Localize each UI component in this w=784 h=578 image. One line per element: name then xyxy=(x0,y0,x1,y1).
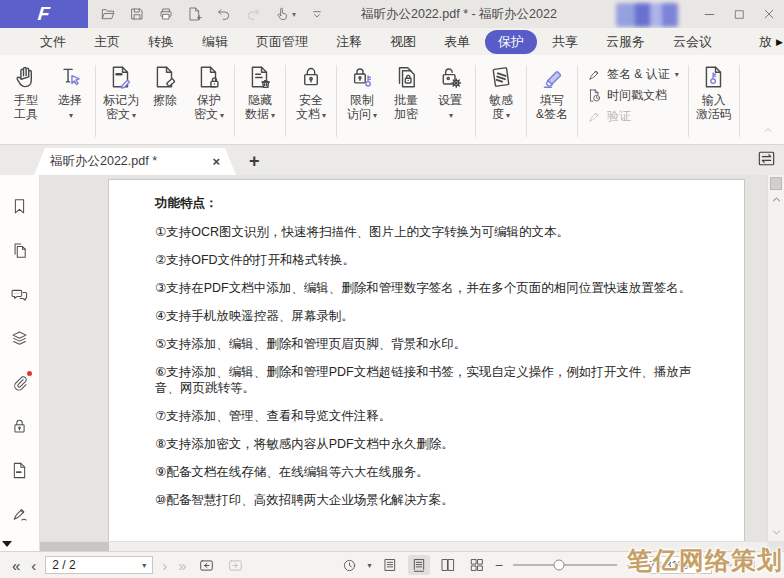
scroll-up-icon[interactable] xyxy=(768,193,784,206)
print-button[interactable] xyxy=(158,6,174,22)
sidebar-panel-signatures[interactable] xyxy=(10,504,29,523)
maximize-button[interactable] xyxy=(724,0,754,28)
dropdown-caret-icon[interactable]: ▾ xyxy=(449,111,453,120)
menu-tab-convert[interactable]: 转换 xyxy=(135,30,187,54)
sidebar-expand-triangle[interactable] xyxy=(2,541,12,547)
ribbon-tool-label: 选择▾ xyxy=(58,93,82,123)
minimize-button[interactable] xyxy=(694,0,724,28)
sidebar-panel-layers[interactable] xyxy=(10,329,29,348)
dropdown-caret-icon[interactable]: ▾ xyxy=(506,111,510,120)
vertical-scrollbar[interactable] xyxy=(767,175,784,541)
ribbon-tool-batch-encrypt[interactable]: 批量加密 xyxy=(386,60,426,142)
next-view-button[interactable] xyxy=(225,555,247,575)
redo-button[interactable] xyxy=(245,6,261,22)
dropdown-caret-icon[interactable]: ▾ xyxy=(675,70,679,79)
menu-tab-share[interactable]: 共享 xyxy=(539,30,591,54)
sidebar-panel-fields[interactable] xyxy=(10,461,29,480)
dropdown-caret-icon[interactable]: ▾ xyxy=(220,111,224,120)
dropdown-caret-icon[interactable]: ▾ xyxy=(132,111,136,120)
scroll-down-icon[interactable] xyxy=(768,526,784,539)
sidebar-panel-attachments[interactable] xyxy=(10,373,29,392)
layout-continuous-facing-button[interactable] xyxy=(466,555,488,575)
ribbon-tool-mark-redact[interactable]: 标记为密文▾ xyxy=(101,60,141,142)
hand-tool-icon xyxy=(13,61,39,93)
layout-single-page-button[interactable] xyxy=(379,555,401,575)
horizontal-scrollbar-thumb[interactable] xyxy=(40,542,109,551)
page-dropdown-caret-icon[interactable]: ▾ xyxy=(142,561,146,570)
close-tab-icon[interactable]: × xyxy=(212,154,220,169)
ribbon-signature-group: 签名 & 认证▾时间戳文档验证 xyxy=(581,60,685,142)
swap-view-icon[interactable] xyxy=(756,148,777,172)
dropdown-caret-icon[interactable]: ▾ xyxy=(271,111,275,120)
doc-redact-pencil-icon xyxy=(108,61,134,93)
doc-paragraph: ⑧支持添加密文，将敏感内容从PDF文档中永久删除。 xyxy=(155,436,692,452)
ribbon-tool-protect-redact[interactable]: 保护密文▾ xyxy=(189,60,229,142)
menu-tab-edit[interactable]: 编辑 xyxy=(189,30,241,54)
ribbon-tool-restrict-access[interactable]: 限制访问▾ xyxy=(342,60,382,142)
menu-tab-page-organize[interactable]: 页面管理 xyxy=(243,30,321,54)
document-tab-bar: 福昕办公2022.pdf * × + xyxy=(0,145,784,175)
ribbon-tool-hide-data[interactable]: 隐藏数据▾ xyxy=(240,60,280,142)
sensitivity-icon xyxy=(488,61,514,93)
zoom-slider[interactable] xyxy=(513,564,617,566)
ribbon-tool-label: 擦除 xyxy=(153,93,177,107)
menu-tab-overflow[interactable]: 放▶ xyxy=(759,28,784,55)
menu-tab-cloud-service[interactable]: 云服务 xyxy=(593,30,658,54)
last-page-button[interactable]: » xyxy=(176,558,188,573)
menu-tab-file[interactable]: 文件 xyxy=(27,30,79,54)
save-button[interactable] xyxy=(129,6,145,22)
menu-tab-view[interactable]: 视图 xyxy=(377,30,429,54)
foxit-logo[interactable]: F xyxy=(0,0,88,28)
prev-page-button[interactable]: ‹ xyxy=(29,558,38,573)
ribbon-tool-sensitivity[interactable]: 敏感度▾ xyxy=(481,60,521,142)
vertical-scrollbar-thumb[interactable] xyxy=(770,177,782,190)
hand-mode-button[interactable]: ▾ xyxy=(274,6,296,22)
ribbon-tool-sign-certify[interactable]: 签名 & 认证▾ xyxy=(587,66,679,83)
sidebar-panel-security[interactable] xyxy=(10,417,29,436)
collapse-ribbon-icon[interactable] xyxy=(761,123,775,140)
open-button[interactable] xyxy=(100,6,116,22)
undo-button[interactable] xyxy=(216,6,232,22)
layout-continuous-button[interactable] xyxy=(408,555,430,575)
menu-tab-cloud-meeting[interactable]: 云会议 xyxy=(660,30,725,54)
ribbon-tool-enter-activation-code[interactable]: 输入激活码 xyxy=(694,60,734,142)
sidebar-panel-bookmarks[interactable] xyxy=(10,197,29,216)
dropdown-caret-icon[interactable]: ▾ xyxy=(322,111,326,120)
customize-toolbar-button[interactable] xyxy=(309,6,325,22)
document-tab[interactable]: 福昕办公2022.pdf * × xyxy=(34,148,236,175)
dropdown-caret-icon[interactable]: ▾ xyxy=(69,111,73,120)
ribbon-tool-secure-document[interactable]: 安全文档▾ xyxy=(291,60,331,142)
user-account-redacted[interactable] xyxy=(616,3,678,27)
ribbon-tool-hand-tool[interactable]: 手型工具 xyxy=(6,60,46,142)
ribbon-tool-validate[interactable]: 验证 xyxy=(587,108,679,125)
sidebar-panel-comments[interactable] xyxy=(10,285,29,304)
ribbon-tool-timestamp-document[interactable]: 时间戳文档 xyxy=(587,87,679,104)
zoom-out-button[interactable]: − xyxy=(495,558,503,572)
rotate-view-caret-icon[interactable]: ▾ xyxy=(368,561,372,570)
dropdown-caret-icon[interactable]: ▾ xyxy=(373,111,377,120)
dropdown-caret-icon[interactable]: ▾ xyxy=(292,10,296,19)
sidebar-panel-pages[interactable] xyxy=(10,241,29,260)
next-page-button[interactable]: › xyxy=(160,558,169,573)
close-button[interactable] xyxy=(754,0,784,28)
ribbon-separator xyxy=(95,65,96,137)
ribbon-tool-settings[interactable]: 设置▾ xyxy=(430,60,470,142)
new-tab-button[interactable]: + xyxy=(249,148,260,175)
menu-tab-home[interactable]: 主页 xyxy=(81,30,133,54)
menu-tab-comment[interactable]: 注释 xyxy=(323,30,375,54)
menu-overflow-arrow-icon[interactable]: ▶ xyxy=(776,37,783,47)
rotate-view-button[interactable] xyxy=(339,555,361,575)
window-title: 福昕办公2022.pdf * - 福昕办公2022 xyxy=(361,6,557,23)
first-page-button[interactable]: « xyxy=(10,558,22,573)
layout-facing-button[interactable] xyxy=(437,555,459,575)
menu-tab-form[interactable]: 表单 xyxy=(431,30,483,54)
zoom-slider-thumb[interactable] xyxy=(553,560,564,571)
ribbon-tool-erase[interactable]: 擦除 xyxy=(145,60,185,142)
ribbon-tool-label: 限制访问▾ xyxy=(347,93,377,123)
menu-tab-protect[interactable]: 保护 xyxy=(485,30,537,54)
ribbon-tool-select[interactable]: 选择▾ xyxy=(50,60,90,142)
page-number-box[interactable]: 2 / 2 ▾ xyxy=(45,556,153,574)
ribbon-tool-fill-sign[interactable]: 填写&签名 xyxy=(532,60,572,142)
previous-view-button[interactable] xyxy=(196,555,218,575)
create-pdf-button[interactable] xyxy=(187,6,203,22)
